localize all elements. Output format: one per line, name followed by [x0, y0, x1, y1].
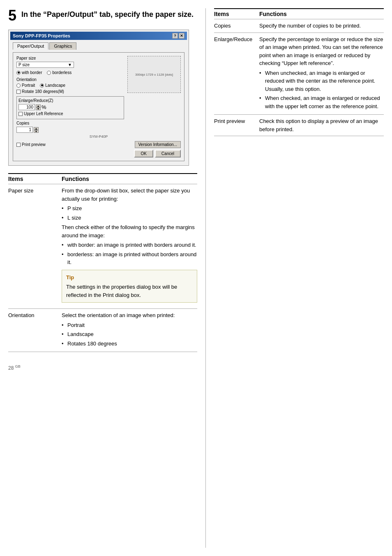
paper-size-row-label: Paper size: [8, 187, 62, 306]
copies-label: Copies: [16, 121, 124, 125]
close-icon[interactable]: ✕: [179, 33, 184, 39]
copies-down-btn[interactable]: ▼: [34, 130, 39, 133]
enlarge-bullet-1: When checked, an image is enlarged or re…: [259, 94, 384, 110]
print-preview-row-content: Check this option to display a preview o…: [259, 117, 384, 133]
upper-left-checkbox[interactable]: [18, 112, 23, 116]
enlarge-spinner-buttons: ▲ ▼: [36, 104, 41, 110]
items-header-item: Items: [8, 176, 62, 182]
with-border-radio-circle: [16, 71, 21, 75]
orientation-row-content: Select the orientation of an image when …: [62, 311, 197, 349]
borderless-radio-circle: [47, 71, 51, 75]
enlarge-reduce-section: Enlarge/Reduce(Z) 100 ▲ ▼ %: [16, 96, 124, 119]
enlarge-reduce-row-content: Specify the percentage to enlarge or red…: [259, 35, 384, 112]
paper-size-select[interactable]: P size ▼: [16, 62, 74, 68]
step-number: 5: [8, 8, 16, 23]
left-items-table: Items Functions Paper size From the drop…: [8, 173, 197, 352]
orientation-bullet-0: Portrait: [62, 321, 197, 329]
orientation-intro: Select the orientation of an image when …: [62, 312, 175, 318]
with-border-label: with border: [22, 70, 42, 75]
dropdown-arrow-icon[interactable]: ▼: [68, 63, 72, 67]
print-preview-checkbox[interactable]: [16, 143, 21, 147]
portrait-label: Portrait: [22, 83, 35, 88]
tab-paper-output[interactable]: Paper/Output: [13, 42, 48, 50]
dialog-main-row: Paper size P size ▼: [16, 56, 181, 134]
cancel-button[interactable]: Cancel: [155, 150, 181, 158]
orientation-label: Orientation: [16, 77, 124, 82]
borderless-radio[interactable]: borderless: [47, 70, 71, 75]
left-column: 5 In the “Paper/Output” tab, specify the…: [8, 8, 205, 548]
paper-size-value: P size: [18, 63, 30, 67]
enlarge-down-btn[interactable]: ▼: [36, 107, 41, 110]
ok-button[interactable]: OK: [134, 150, 153, 158]
ok-cancel-row: OK Cancel: [16, 150, 181, 158]
print-preview-row-label: Print preview: [214, 117, 259, 133]
dialog-preview-box: 300dpi 1729 x 1128 [dots]: [127, 56, 181, 93]
dialog-content: Paper size P size ▼: [13, 52, 184, 161]
with-border-radio[interactable]: with border: [16, 70, 42, 75]
rotate-checkbox[interactable]: [16, 90, 21, 94]
orientation-section: Orientation Portrait Landscape: [16, 77, 124, 94]
tab-graphics[interactable]: Graphics: [49, 42, 76, 50]
paper-size-bullet-0: P size: [62, 204, 197, 213]
right-header-func: Functions: [259, 11, 384, 17]
orientation-radio-row: Portrait Landscape: [16, 83, 124, 88]
paper-size-row-content: From the drop-down list box, select the …: [62, 187, 197, 306]
landscape-radio-circle: [40, 83, 44, 88]
portrait-radio[interactable]: Portrait: [16, 83, 35, 88]
page-number: 28 GB: [8, 364, 197, 371]
orientation-bullet-1: Landscape: [62, 330, 197, 338]
right-items-table: Items Functions Copies Specify the numbe…: [214, 8, 384, 136]
tip-text: The settings in the properties dialog bo…: [66, 283, 193, 299]
enlarge-reduce-label: Enlarge/Reduce(Z): [18, 98, 122, 103]
dialog-titlebar: Sony DPP-FP35 Properties ? ✕: [10, 32, 187, 40]
enlarge-unit: %: [42, 104, 46, 110]
dialog-body: Paper/Output Graphics Paper size P size: [10, 40, 187, 164]
right-header-item: Items: [214, 11, 259, 17]
tip-box: Tip The settings in the properties dialo…: [62, 270, 197, 303]
enlarge-input[interactable]: 100: [18, 104, 35, 110]
dialog-screenshot: Sony DPP-FP35 Properties ? ✕ Paper/Outpu…: [8, 30, 189, 166]
enlarge-bullet-0: When unchecked, an image is enlarged or …: [259, 69, 384, 93]
copies-up-btn[interactable]: ▲: [34, 127, 39, 130]
printer-info: SYM-P40P: [16, 134, 181, 139]
right-column: Items Functions Copies Specify the numbe…: [205, 8, 384, 548]
paper-size-intro: From the drop-down list box, select the …: [62, 188, 190, 202]
borderless-label: borderless: [52, 70, 71, 75]
dialog-bottom-row: Print preview Version Information...: [16, 141, 181, 148]
dialog-button-group: Version Information...: [135, 141, 181, 148]
landscape-label: Landscape: [45, 83, 65, 88]
version-info-button[interactable]: Version Information...: [135, 141, 181, 148]
orientation-bullets: Portrait Landscape Rotates 180 degrees: [62, 321, 197, 348]
rotate-checkbox-row: Rotate 180 degrees(M): [16, 89, 124, 94]
page: 5 In the “Paper/Output” tab, specify the…: [0, 0, 392, 556]
dialog-titlebar-icons: ? ✕: [172, 33, 184, 39]
orientation-row-label: Orientation: [8, 311, 62, 349]
enlarge-up-btn[interactable]: ▲: [36, 104, 41, 107]
orientation-bullet-2: Rotates 180 degrees: [62, 340, 197, 348]
copies-input[interactable]: 1: [16, 127, 33, 133]
step-heading: 5 In the “Paper/Output” tab, specify the…: [8, 8, 197, 23]
enlarge-bullets: When unchecked, an image is enlarged or …: [259, 69, 384, 111]
copies-row-label: Copies: [214, 22, 259, 30]
portrait-radio-circle: [16, 83, 21, 88]
paper-size-after: Then check either of the following to sp…: [62, 223, 197, 239]
paper-size-bullet-1: L size: [62, 214, 197, 222]
copies-row: Copies Specify the number of copies to b…: [214, 19, 384, 33]
landscape-radio[interactable]: Landscape: [40, 83, 65, 88]
print-preview-row: Print preview Check this option to displ…: [214, 115, 384, 136]
border-bullet-1: borderless: an image is printed without …: [62, 250, 197, 266]
paper-size-bullets2: with border: an image is printed with bo…: [62, 241, 197, 266]
enlarge-reduce-row-label: Enlarge/Reduce: [214, 35, 259, 112]
paper-size-section: Paper size P size ▼: [16, 56, 124, 68]
copies-spinner: 1 ▲ ▼: [16, 127, 124, 133]
tip-label: Tip: [66, 273, 193, 282]
paper-size-row: Paper size From the drop-down list box, …: [8, 184, 197, 309]
paper-size-select-row: P size ▼: [16, 62, 124, 68]
copies-spinner-buttons: ▲ ▼: [34, 127, 39, 133]
dialog-left-controls: Paper size P size ▼: [16, 56, 124, 134]
enlarge-reduce-row: Enlarge/Reduce Specify the percentage to…: [214, 33, 384, 115]
dialog-tabs: Paper/Output Graphics: [13, 42, 184, 50]
upper-left-label: Upper Left Reference: [24, 111, 63, 116]
rotate-label: Rotate 180 degrees(M): [22, 89, 64, 94]
help-icon[interactable]: ?: [172, 33, 178, 39]
